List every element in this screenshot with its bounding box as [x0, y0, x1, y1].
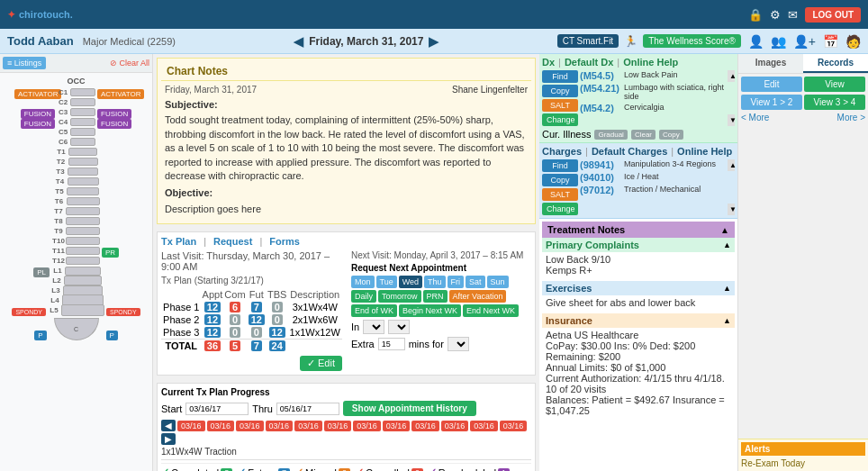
dx-link[interactable]: Dx — [542, 57, 555, 68]
next-appt-button[interactable]: ▶ — [161, 433, 176, 445]
exercises-title: Exercises — [546, 283, 592, 294]
appt-dot[interactable]: 03/16 — [470, 421, 498, 431]
p-right-chip[interactable]: P — [106, 331, 118, 340]
subjective-label: Subjective: — [165, 98, 528, 112]
dx-salt-button[interactable]: SALT — [542, 99, 578, 112]
charges-scroll-up-button[interactable]: ▲ — [728, 159, 735, 171]
dx-clear-button[interactable]: Clear — [631, 130, 656, 140]
calendar-icon[interactable]: 📅 — [823, 34, 838, 49]
edit-button-fr[interactable]: Edit — [741, 77, 802, 92]
spondy-left-chip[interactable]: SPONDY — [12, 308, 46, 316]
dx-copy-small-button[interactable]: Copy — [659, 130, 683, 140]
insurance-scroll-button[interactable]: ▲ — [723, 315, 731, 326]
vertebra-c1-row: ACTIVATOR C1 ACTIVATOR — [6, 87, 146, 97]
clear-all-button[interactable]: ⊘ Clear All — [110, 59, 149, 68]
next-date-button[interactable]: ▶ — [429, 34, 439, 49]
exercises-scroll-button[interactable]: ▲ — [723, 283, 731, 294]
user-icon[interactable]: 👤 — [748, 34, 764, 49]
in-select2[interactable] — [388, 320, 410, 334]
prev-appt-button[interactable]: ◀ — [161, 420, 176, 431]
status-bar: ✓ Completed 3 ✓ Future 7 ✓ Missed 0 — [161, 463, 531, 471]
view-button-fr[interactable]: View — [804, 77, 865, 92]
gradual-button[interactable]: Gradual — [594, 130, 627, 140]
charges-salt-button[interactable]: SALT — [542, 188, 578, 201]
dx-find-button[interactable]: Find — [542, 70, 578, 83]
end-of-wk-button[interactable]: End of WK — [351, 304, 397, 317]
p-left-chip[interactable]: P — [34, 331, 46, 340]
appt-dot[interactable]: 03/16 — [207, 421, 235, 431]
dx-scroll-down-button[interactable]: ▼ — [728, 114, 735, 126]
appt-dot[interactable]: 03/16 — [236, 421, 264, 431]
lock-icon: 🔒 — [748, 8, 763, 22]
sun-button[interactable]: Sun — [487, 276, 509, 288]
cancelled-status: ✓ Cancelled 6 — [356, 466, 423, 471]
insurance-content: Aetna US Healthcare CoPay: $30.00 Ins: 0… — [542, 328, 735, 418]
less-more-link[interactable]: < More — [741, 113, 769, 122]
charges-link[interactable]: Charges — [542, 146, 582, 157]
thru-date-input[interactable] — [276, 403, 339, 415]
users-icon[interactable]: 👥 — [771, 34, 786, 49]
mins-for-select[interactable] — [448, 337, 469, 351]
tx-plan-link[interactable]: Tx Plan — [161, 236, 196, 247]
in-select[interactable] — [363, 320, 384, 334]
ct-smart-button[interactable]: CT Smart.Fit — [557, 34, 619, 48]
mon-button[interactable]: Mon — [351, 276, 375, 288]
appt-dot[interactable]: 03/16 — [383, 421, 411, 431]
charges-change-button[interactable]: Change — [542, 203, 578, 215]
fri-button[interactable]: Fri — [448, 276, 465, 288]
dx-copy-button[interactable]: Copy — [542, 85, 578, 97]
tab-images[interactable]: Images — [738, 54, 803, 73]
tomorrow-button[interactable]: Tomorrow — [378, 290, 421, 303]
charges-online-help-link[interactable]: Online Help — [677, 146, 732, 157]
wed-button[interactable]: Wed — [399, 276, 422, 288]
start-date-input[interactable] — [185, 403, 249, 415]
more-link[interactable]: More > — [837, 113, 865, 122]
appt-dot[interactable]: 03/16 — [441, 421, 469, 431]
primary-complaints-scroll-button[interactable]: ▲ — [723, 240, 731, 250]
view-3-4-button[interactable]: View 3 > 4 — [804, 95, 865, 110]
tab-records[interactable]: Records — [803, 54, 868, 73]
sat-button[interactable]: Sat — [466, 276, 485, 288]
person-icon[interactable]: 🧑 — [845, 34, 861, 49]
default-dx-link[interactable]: Default Dx — [565, 57, 613, 68]
listings-button[interactable]: ≡ Listings — [3, 57, 46, 69]
thu-button[interactable]: Thu — [424, 276, 446, 288]
charges-scroll-down-button[interactable]: ▼ — [728, 204, 735, 215]
dx-change-button[interactable]: Change — [542, 113, 578, 126]
logout-button[interactable]: LOG OUT — [805, 7, 861, 23]
appt-dot[interactable]: 03/16 — [500, 421, 528, 431]
request-link[interactable]: Request — [213, 236, 252, 247]
begin-next-wk-button[interactable]: Begin Next WK — [399, 304, 461, 317]
insurance-auth: Current Authorization: 4/1/15 thru 4/1/1… — [546, 373, 731, 394]
dx-desc-2: Lumbago with sciatica, right side — [624, 83, 726, 101]
forms-link[interactable]: Forms — [269, 236, 300, 247]
appt-dot[interactable]: 03/16 — [294, 421, 322, 431]
alert-text: Re-Exam Today — [741, 458, 865, 468]
prn-button[interactable]: PRN — [423, 290, 448, 303]
appt-dot[interactable]: 03/16 — [266, 421, 294, 431]
appt-dot[interactable]: 03/16 — [411, 421, 439, 431]
default-charges-link[interactable]: Default Charges — [592, 146, 667, 157]
prev-date-button[interactable]: ◀ — [294, 34, 303, 49]
tue-button[interactable]: Tue — [376, 276, 397, 288]
view-1-2-button[interactable]: View 1 > 2 — [741, 95, 802, 110]
appt-dot[interactable]: 03/16 — [353, 421, 381, 431]
treatment-notes-scroll-up-button[interactable]: ▲ — [720, 225, 729, 235]
daily-button[interactable]: Daily — [351, 290, 376, 303]
wellness-button[interactable]: The Wellness Score® — [643, 34, 741, 48]
edit-button[interactable]: ✓ Edit — [300, 356, 342, 371]
vertebra-c6-row: C6 — [6, 137, 146, 147]
spondy-right-chip[interactable]: SPONDY — [106, 308, 140, 316]
dx-online-help-link[interactable]: Online Help — [623, 57, 678, 68]
dx-desc-3: Cervicalgia — [624, 103, 665, 113]
charges-find-button[interactable]: Find — [542, 159, 578, 172]
appt-dot[interactable]: 03/16 — [324, 421, 352, 431]
charges-copy-button[interactable]: Copy — [542, 174, 578, 186]
after-vacation-button[interactable]: After Vacation — [449, 290, 507, 303]
extra-input[interactable] — [378, 338, 405, 350]
add-user-icon[interactable]: 👤+ — [793, 34, 816, 49]
end-next-wk-button[interactable]: End Next WK — [463, 304, 519, 317]
dx-scroll-up-button[interactable]: ▲ — [728, 70, 735, 82]
show-appointment-history-button[interactable]: Show Appointment History — [343, 401, 476, 416]
appt-dot[interactable]: 03/16 — [177, 421, 205, 431]
